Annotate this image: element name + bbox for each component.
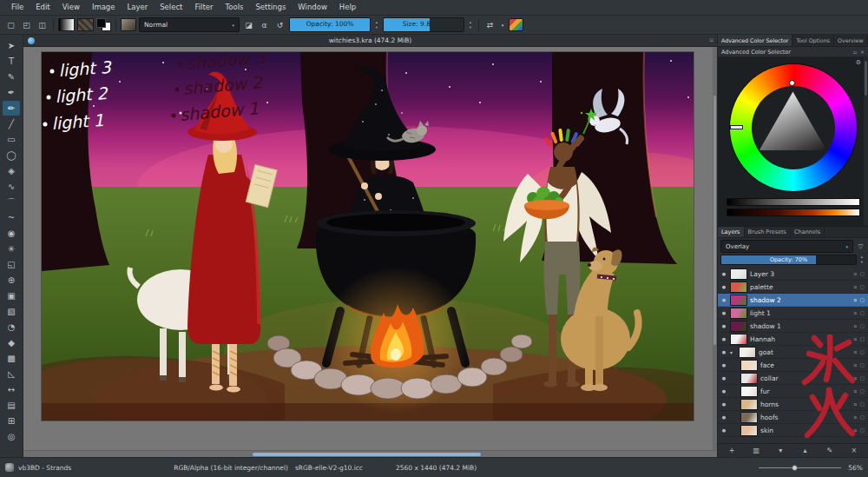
visibility-eye-icon[interactable]: ● (720, 336, 727, 341)
layer-row-fur[interactable]: ●furα ▢ (718, 385, 868, 398)
scrollbar-thumb[interactable] (253, 453, 482, 456)
layer-badges[interactable]: α ▢ (853, 310, 865, 315)
visibility-eye-icon[interactable]: ● (720, 284, 727, 289)
layer-badges[interactable]: α ▢ (853, 414, 865, 420)
gradient-chooser[interactable] (58, 18, 75, 31)
layer-opacity-slider[interactable]: Opacity: 70% (720, 255, 857, 265)
layer-badges[interactable]: α ▢ (853, 336, 865, 341)
enclose-fill-tool[interactable]: ▩ (3, 351, 20, 366)
menu-window[interactable]: Window (292, 0, 333, 15)
duplicate-layer-button[interactable]: ▥ (750, 447, 762, 454)
visibility-eye-icon[interactable]: ● (720, 349, 727, 354)
layer-row-goat[interactable]: ●▾goatα ▢ (718, 346, 868, 359)
layer-row-layer-3[interactable]: ●Layer 3α ▢ (718, 268, 868, 281)
line-tool[interactable]: ╱ (3, 116, 20, 131)
fill-tool[interactable]: ◆ (3, 335, 20, 350)
blending-mode-combo[interactable]: Normal ▾ (139, 17, 240, 32)
menu-file[interactable]: File (5, 0, 30, 15)
visibility-eye-icon[interactable]: ● (720, 323, 727, 328)
layer-badges[interactable]: α ▢ (853, 427, 865, 433)
group-expander-icon[interactable]: ▾ (730, 349, 736, 355)
menu-view[interactable]: View (56, 0, 86, 15)
zoom-percent[interactable]: 56% (848, 464, 863, 472)
tab-layers[interactable]: Layers (718, 227, 745, 237)
menu-select[interactable]: Select (154, 0, 188, 15)
status-color-profile[interactable]: sRGB-elle-V2-g10.icc (295, 464, 363, 472)
layer-row-hannah[interactable]: ●Hannahα ▢ (718, 333, 868, 346)
tab-float-icon[interactable]: ▫ (709, 35, 713, 46)
zoom-slider[interactable] (759, 463, 841, 472)
calligraphy-tool[interactable]: ✒ (3, 85, 20, 100)
hue-ring[interactable] (730, 64, 857, 191)
menu-tools[interactable]: Tools (220, 0, 250, 15)
tab-brush-presets[interactable]: Brush Presets (745, 227, 791, 237)
move-layer-down-button[interactable]: ▾ (774, 447, 786, 454)
visibility-eye-icon[interactable]: ● (720, 427, 727, 433)
freehand-brush-tool[interactable]: ✏ (3, 101, 20, 116)
layer-row-shadow-2[interactable]: ●shadow 2α ▢ (718, 294, 868, 307)
layer-properties-button[interactable]: ✎ (824, 447, 836, 454)
layer-row-light-1[interactable]: ●light 1α ▢ (718, 307, 868, 320)
new-document-button[interactable]: ▢ (4, 18, 17, 32)
menu-edit[interactable]: Edit (30, 0, 56, 15)
edit-shapes-tool[interactable]: ✎ (3, 70, 20, 84)
crop-tool[interactable]: ▣ (3, 288, 20, 303)
delete-layer-button[interactable]: × (848, 447, 860, 454)
reload-preset-button[interactable]: ↺ (273, 18, 286, 32)
save-document-button[interactable]: ◫ (36, 18, 49, 32)
tab-channels[interactable]: Channels (791, 227, 825, 237)
brush-size-slider[interactable]: Size: 9.87 px (383, 17, 464, 32)
close-docker-icon[interactable]: × (860, 49, 865, 55)
layer-badges[interactable]: α ▢ (853, 388, 865, 394)
layer-badges[interactable]: α ▢ (853, 362, 865, 368)
layer-badges[interactable]: α ▢ (853, 323, 865, 328)
layer-row-hoofs[interactable]: ●hoofsα ▢ (718, 411, 868, 424)
layer-row-face[interactable]: ●faceα ▢ (718, 359, 868, 372)
menu-filter[interactable]: Filter (188, 0, 219, 15)
layer-badges[interactable]: α ▢ (853, 271, 865, 276)
polyline-tool[interactable]: ∿ (3, 179, 20, 194)
visibility-eye-icon[interactable]: ● (720, 362, 727, 368)
canvas-vertical-scrollbar[interactable] (713, 47, 717, 450)
menu-image[interactable]: Image (86, 0, 122, 15)
mirror-view-button[interactable]: ⇄ (483, 18, 496, 32)
move-layer-up-button[interactable]: ▴ (799, 447, 812, 454)
visibility-eye-icon[interactable]: ● (720, 375, 727, 381)
layer-badges[interactable]: α ▢ (853, 375, 865, 381)
gradient-tool[interactable]: ▧ (3, 304, 20, 319)
transform-tool[interactable]: ◱ (3, 257, 20, 272)
gray-shade-strip[interactable] (727, 198, 860, 206)
workspace-chooser-icon[interactable] (509, 18, 523, 31)
opacity-slider[interactable]: Opacity: 100% (289, 17, 371, 32)
multibrush-tool[interactable]: ✳ (3, 242, 20, 256)
layer-row-horns[interactable]: ●hornsα ▢ (718, 398, 868, 411)
measure-tool[interactable]: ↔ (3, 382, 20, 397)
float-docker-icon[interactable]: ▫ (853, 49, 857, 55)
size-spinbox[interactable]: ▴▾ (467, 20, 474, 30)
canvas-viewport[interactable]: light 3 light 2 light 1 shadow 3 shadow … (23, 47, 717, 450)
visibility-eye-icon[interactable]: ● (720, 271, 727, 276)
tab-overview[interactable]: Overview (834, 35, 868, 46)
preserve-alpha-button[interactable]: α (258, 18, 271, 32)
zoom-slider-handle[interactable] (792, 465, 798, 471)
tab-advanced-color-selector[interactable]: Advanced Color Selector (718, 35, 792, 46)
foreground-background-colors[interactable] (96, 18, 111, 31)
layer-row-shadow-1[interactable]: ●shadow 1α ▢ (718, 320, 868, 333)
menu-settings[interactable]: Settings (249, 0, 292, 15)
visibility-eye-icon[interactable]: ● (720, 388, 727, 394)
layer-badges[interactable]: α ▢ (853, 284, 865, 289)
dock-scrollbar[interactable] (864, 57, 868, 226)
freehand-path-tool[interactable]: ~ (3, 210, 20, 225)
visibility-eye-icon[interactable]: ● (720, 414, 727, 420)
tab-tool-options[interactable]: Tool Options (792, 35, 834, 46)
brush-preset-chooser[interactable] (121, 18, 136, 31)
reference-images-tool[interactable]: ▤ (3, 398, 20, 413)
mirror-options-caret[interactable]: ▾ (499, 18, 506, 32)
ellipse-tool[interactable]: ◯ (3, 148, 20, 162)
eraser-mode-button[interactable]: ◪ (242, 18, 255, 32)
add-layer-button[interactable]: + (726, 447, 738, 454)
text-tool[interactable]: T (3, 54, 20, 69)
layer-row-collar[interactable]: ●collarα ▢ (718, 372, 868, 385)
select-shapes-tool[interactable]: ➤ (3, 38, 20, 53)
layer-row-skin[interactable]: ●skinα ▢ (718, 424, 868, 437)
